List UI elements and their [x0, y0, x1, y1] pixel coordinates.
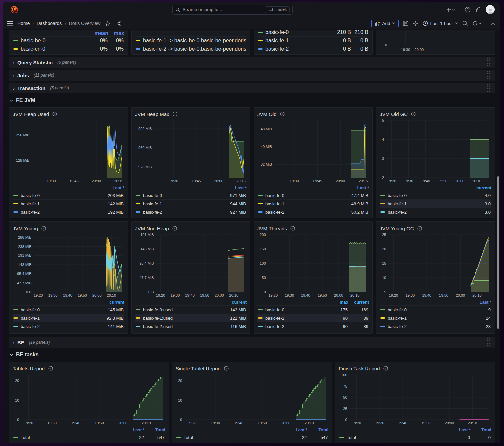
legend-series-label[interactable]: basic-fe-0 [143, 193, 216, 198]
chart-old[interactable]: 19:3019:4520:0020:1548 MiB40 MiB32 MiB [257, 118, 369, 184]
row-transaction[interactable]: › Transaction (5 panels) [9, 83, 495, 93]
search-input[interactable]: Search or jump to... cmd+k [172, 5, 293, 15]
legend-series-label[interactable]: basic-fe-1 [265, 316, 327, 321]
legend-series-label[interactable]: basic-fe-0 [21, 307, 97, 312]
legend-series-label[interactable]: basic-fe-0 [265, 307, 327, 312]
menu-icon[interactable] [7, 21, 13, 26]
legend-series-label[interactable]: basic-fe-2 [265, 46, 334, 52]
legend-series-label[interactable]: basic-fe-1:used [143, 316, 219, 321]
legend-series-label[interactable]: basic-fe-1 [265, 201, 338, 206]
legend-series-label[interactable]: basic-cn-0 [21, 46, 92, 52]
legend-column-header[interactable]: Last * [468, 300, 491, 305]
legend-series-label[interactable]: basic-fe-1 [388, 316, 467, 321]
legend-series-label[interactable]: basic-fe-2 [21, 324, 97, 329]
row-drag-handle[interactable] [487, 84, 491, 92]
row-fe-jvm[interactable]: FE JVM [9, 95, 495, 105]
scrollbar-thumb[interactable] [497, 176, 499, 329]
info-icon[interactable]: i [224, 366, 229, 371]
share-icon[interactable] [116, 21, 121, 26]
add-panel-button[interactable]: Add [371, 20, 399, 27]
legend-series-label[interactable]: basic-fe-0 [21, 193, 94, 198]
legend-series-label[interactable]: basic-fe-2 [388, 324, 467, 329]
chart-heap_max[interactable]: 19:3019:4520:0020:15992 MiB960 MiB928 Mi… [135, 118, 247, 184]
chart-old_gc[interactable]: 19:2019:3019:4019:5020:0020:105432 [380, 118, 491, 184]
legend-series-label[interactable]: basic-fe-2 [265, 324, 327, 329]
legend-column-header[interactable]: Last * [339, 185, 369, 190]
legend-column-header[interactable]: mean [92, 30, 108, 36]
row-query-statistic[interactable]: › Query Statistic (6 panels) [9, 57, 495, 68]
row-be[interactable]: › BE (19 panels) [9, 337, 495, 348]
legend-series-label[interactable]: basic-fe-0 [265, 193, 338, 198]
chart-tablets[interactable]: 19:2019:3019:4019:5020:0020:1020100 [13, 373, 165, 426]
legend-series-label[interactable]: basic-fe-2 [265, 210, 338, 215]
legend-series-label[interactable]: basic-fe-1 [388, 201, 467, 206]
legend-series-label[interactable]: basic-fe-2 [388, 210, 467, 215]
zoom-out-icon[interactable] [462, 21, 468, 26]
user-avatar[interactable] [486, 5, 495, 14]
legend-series-label[interactable]: basic-fe-2:used [143, 324, 219, 329]
legend-column-header[interactable]: Total [471, 427, 491, 432]
row-be-tasks[interactable]: BE tasks [9, 350, 495, 360]
legend-series-label[interactable]: basic-fe-0 [388, 193, 467, 198]
info-icon[interactable]: i [48, 366, 53, 371]
settings-gear-icon[interactable] [413, 21, 418, 26]
legend-series-label[interactable]: basic-fe-1 [265, 38, 334, 44]
legend-series-label[interactable]: Total [184, 435, 286, 440]
row-drag-handle[interactable] [487, 338, 491, 347]
legend-column-header[interactable]: max [328, 300, 348, 305]
panel-header[interactable]: Single Tablet Reporti [176, 365, 329, 372]
info-icon[interactable]: i [280, 112, 285, 116]
panel-header[interactable]: JVM Threadsi [257, 225, 369, 232]
chart-single_tablet[interactable]: 19:2019:3019:4019:5020:0020:1020100 [176, 373, 329, 426]
panel-header[interactable]: JVM Youngi [13, 225, 124, 232]
row-drag-handle[interactable] [487, 71, 491, 80]
panel-header[interactable]: JVM Oldi [257, 110, 369, 118]
breadcrumb-home[interactable]: Home [17, 21, 30, 26]
legend-series-label[interactable]: basic-fe-1 -> basic-be-0.basic-be-peer.d… [143, 38, 246, 44]
panel-header[interactable]: JVM Old GCi [380, 110, 491, 118]
news-button[interactable] [475, 7, 481, 12]
info-icon[interactable]: i [172, 226, 177, 231]
legend-series-label[interactable]: basic-be-0 [21, 38, 92, 44]
legend-column-header[interactable]: Total [145, 427, 165, 432]
info-icon[interactable]: i [383, 366, 388, 371]
legend-series-label[interactable]: Total [21, 435, 123, 440]
chart-young[interactable]: 19:2019:3019:4019:5020:0020:10286 MiB238… [13, 233, 124, 299]
legend-column-header[interactable]: Last * [287, 427, 307, 432]
legend-series-label[interactable]: basic-fe-2 [21, 210, 94, 215]
legend-column-header[interactable]: Total [307, 427, 328, 432]
panel-header[interactable]: JVM Heap Maxi [135, 110, 247, 118]
chart-threads[interactable]: 19:2019:3019:4019:5020:0020:102001501005… [257, 233, 369, 299]
help-button[interactable]: ? [465, 7, 471, 13]
panel-header[interactable]: Finish Task Reporti [339, 365, 491, 372]
panel-header[interactable]: JVM Non Heapi [135, 225, 247, 232]
legend-column-header[interactable]: Last * [217, 185, 247, 190]
grafana-logo-icon[interactable] [10, 5, 19, 14]
info-icon[interactable]: i [52, 112, 57, 116]
legend-series-label[interactable]: basic-fe-1 [21, 201, 94, 206]
chart-young_gc[interactable]: 19:2019:3019:4019:5020:0020:10252015105 [380, 233, 491, 299]
legend-series-label[interactable]: basic-fe-0 [265, 30, 334, 35]
info-icon[interactable]: i [290, 226, 295, 231]
legend-series-label[interactable]: basic-fe-1 [21, 316, 97, 321]
info-icon[interactable]: i [411, 112, 416, 116]
refresh-button[interactable] [472, 21, 482, 26]
legend-series-label[interactable]: basic-fe-2 [143, 210, 216, 215]
time-range-picker[interactable]: Last 1 hour [423, 21, 458, 26]
legend-column-header[interactable]: Last * [94, 185, 124, 190]
legend-series-label[interactable]: basic-fe-0 [388, 307, 467, 312]
legend-column-header[interactable]: Last * [450, 427, 471, 432]
legend-column-header[interactable]: max [108, 30, 124, 36]
legend-column-header[interactable]: current [348, 300, 369, 305]
chart-non_heap[interactable]: 19:2019:3019:4019:5020:0020:10191 MiB143… [135, 233, 247, 299]
panel-header[interactable]: Tablets Reporti [13, 365, 165, 372]
info-icon[interactable]: i [417, 226, 422, 231]
legend-series-label[interactable]: basic-fe-1 [143, 201, 216, 206]
info-icon[interactable]: i [173, 112, 177, 116]
legend-column-header[interactable]: current [98, 300, 124, 305]
collapse-up-icon[interactable] [491, 22, 495, 25]
legend-column-header[interactable]: current [468, 185, 491, 190]
favorite-star-icon[interactable] [105, 21, 110, 26]
breadcrumb-dashboards[interactable]: Dashboards [37, 21, 62, 26]
row-drag-handle[interactable] [487, 58, 491, 67]
